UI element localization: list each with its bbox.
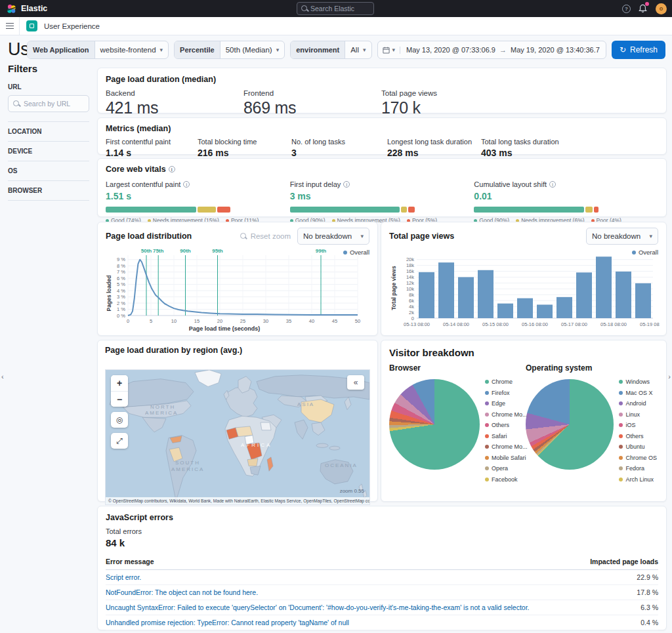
error-message-link[interactable]: Script error. xyxy=(106,570,581,585)
date-start[interactable]: May 13, 2020 @ 07:33:06.9 xyxy=(406,46,495,54)
global-search[interactable] xyxy=(297,2,374,15)
calendar-button[interactable]: ▾ xyxy=(378,47,401,54)
url-search[interactable] xyxy=(8,95,89,112)
legend-item[interactable]: Mobile Safari xyxy=(485,453,528,464)
global-search-input[interactable] xyxy=(310,5,369,12)
info-icon[interactable]: i xyxy=(183,181,190,188)
legend-item[interactable]: iOS xyxy=(619,420,657,431)
info-icon[interactable]: i xyxy=(343,181,350,188)
info-icon[interactable]: i xyxy=(549,181,556,188)
avatar[interactable]: o xyxy=(656,3,667,14)
legend-dot xyxy=(343,251,347,255)
os-pie-legend[interactable]: WindowsMac OS XAndroidLinuxiOSOthersUbun… xyxy=(619,377,657,485)
svg-text:45: 45 xyxy=(332,318,337,324)
map-legend-toggle-button[interactable]: « xyxy=(347,375,364,390)
environment-control: environment All ▾ xyxy=(290,41,371,59)
browser-pie-chart[interactable] xyxy=(389,379,480,470)
search-icon xyxy=(301,5,307,12)
sidebar-item-location[interactable]: LOCATION xyxy=(8,121,89,141)
chart-legend[interactable]: Overall xyxy=(632,249,658,256)
legend-item[interactable]: Chrome Mo... xyxy=(485,441,528,453)
collapse-right-chevron[interactable]: › xyxy=(668,373,671,380)
sidebar-item-device[interactable]: DEVICE xyxy=(8,141,89,161)
os-pie-chart[interactable] xyxy=(526,379,614,470)
web-application-select[interactable]: website-frontend ▾ xyxy=(95,41,169,58)
set-view-button[interactable]: ◎ xyxy=(111,412,128,428)
svg-text:16k: 16k xyxy=(406,268,414,274)
environment-select[interactable]: All ▾ xyxy=(345,41,371,58)
legend-item[interactable]: Ubuntu xyxy=(619,441,657,453)
legend-item[interactable]: Mac OS X xyxy=(619,388,657,399)
error-message-link[interactable]: Unhandled promise rejection: AbortError:… xyxy=(106,630,581,633)
collapse-left-chevron[interactable]: ‹ xyxy=(1,373,4,380)
url-search-input[interactable] xyxy=(24,100,80,108)
map-label-america2: AMERICA xyxy=(171,466,204,472)
chevron-down-icon: ▾ xyxy=(360,234,364,239)
reset-zoom-button[interactable]: Reset zoom xyxy=(240,232,291,240)
page-load-distribution-chart[interactable]: 0 %1 %2 %3 %4 %5 %6 %7 %8 %9 %0510152025… xyxy=(106,247,371,331)
legend-item[interactable]: Facebook xyxy=(485,474,528,485)
legend-item[interactable]: Fedora xyxy=(619,463,657,474)
zoom-in-button[interactable]: + xyxy=(111,375,128,391)
sidebar-item-browser[interactable]: BROWSER xyxy=(8,180,89,201)
cwv-value: 3 ms xyxy=(290,191,474,201)
legend-item[interactable]: Android xyxy=(619,398,657,409)
sidebar-item-os[interactable]: OS xyxy=(8,161,89,180)
error-message-link[interactable]: NotFoundError: The object can not be fou… xyxy=(106,585,581,600)
page-load-duration-panel: Page load duration (median) Backend 421 … xyxy=(97,68,667,113)
legend-item[interactable]: Others xyxy=(619,431,657,442)
map-label-asia: ASIA xyxy=(297,401,314,407)
legend-item[interactable]: Others xyxy=(485,420,528,431)
legend-item[interactable]: Edge xyxy=(485,398,528,409)
url-filter-label: URL xyxy=(8,83,89,91)
browser-pie-legend[interactable]: ChromeFirefoxEdgeChrome Mo...OthersSafar… xyxy=(485,377,528,485)
refresh-button[interactable]: ↻ Refresh xyxy=(612,41,665,59)
breakdown-select[interactable]: No breakdown ▾ xyxy=(586,228,658,245)
col-impacted-page-loads[interactable]: Impacted page loads xyxy=(581,555,658,570)
svg-text:10: 10 xyxy=(171,318,177,324)
breakdown-select[interactable]: No breakdown ▾ xyxy=(297,228,369,245)
legend-dot xyxy=(619,423,623,427)
notification-badge xyxy=(645,2,649,6)
impact-value: 0.4 % xyxy=(581,615,658,630)
total-errors-value: 84 k xyxy=(106,537,658,548)
breadcrumb[interactable]: User Experience xyxy=(44,22,100,30)
notifications-button[interactable] xyxy=(639,4,648,13)
legend-dot xyxy=(619,478,623,481)
legend-item[interactable]: Windows xyxy=(619,377,657,388)
kpi-value: 869 ms xyxy=(243,98,381,117)
ux-app-icon[interactable] xyxy=(26,20,37,31)
legend-item[interactable]: Arch Linux xyxy=(619,474,657,485)
total-page-views-chart[interactable]: 02k4k6k8k10k12k14k16k18k20k05-13 08:0005… xyxy=(389,247,660,335)
legend-item[interactable]: Chrome OS xyxy=(619,453,657,464)
world-map[interactable]: NORTH AMERICA SOUTH AMERICA ASIA OCEANIA… xyxy=(105,369,370,505)
legend-item[interactable]: Safari xyxy=(485,431,528,442)
date-end[interactable]: May 19, 2020 @ 13:40:36.7 xyxy=(511,46,600,54)
zoom-out-button[interactable]: − xyxy=(111,391,128,407)
legend-item[interactable]: Linux xyxy=(619,409,657,420)
col-error-message[interactable]: Error message xyxy=(106,555,581,570)
info-icon[interactable]: i xyxy=(169,166,175,173)
panel-title: Visitor breakdown xyxy=(389,347,658,358)
legend-dot xyxy=(619,391,623,395)
chart-legend[interactable]: Overall xyxy=(343,249,369,256)
percentile-select[interactable]: 50th (Median) ▾ xyxy=(220,41,285,58)
elastic-brand[interactable]: Elastic xyxy=(7,4,47,14)
legend-item[interactable]: Firefox xyxy=(485,388,528,399)
error-message-link[interactable]: Unhandled promise rejection: TypeError: … xyxy=(106,615,581,630)
table-row: NotFoundError: The object can not be fou… xyxy=(106,585,658,600)
help-icon[interactable]: ? xyxy=(622,5,631,13)
map-label-north: NORTH xyxy=(150,404,175,410)
date-range[interactable]: May 13, 2020 @ 07:33:06.9 → May 19, 2020… xyxy=(400,46,606,54)
fit-data-button[interactable]: ⤢ xyxy=(111,433,128,449)
menu-button[interactable] xyxy=(0,17,20,35)
svg-text:9 %: 9 % xyxy=(117,256,125,262)
metric-long-tasks: No. of long tasks3 xyxy=(291,138,387,158)
calendar-icon xyxy=(383,47,390,54)
legend-item[interactable]: Opera xyxy=(485,463,528,474)
legend-dot xyxy=(485,380,489,384)
error-message-link[interactable]: Uncaught SyntaxError: Failed to execute … xyxy=(106,600,581,615)
legend-dot xyxy=(619,456,623,460)
legend-item[interactable]: Chrome Mo... xyxy=(485,409,528,420)
legend-item[interactable]: Chrome xyxy=(485,377,528,388)
